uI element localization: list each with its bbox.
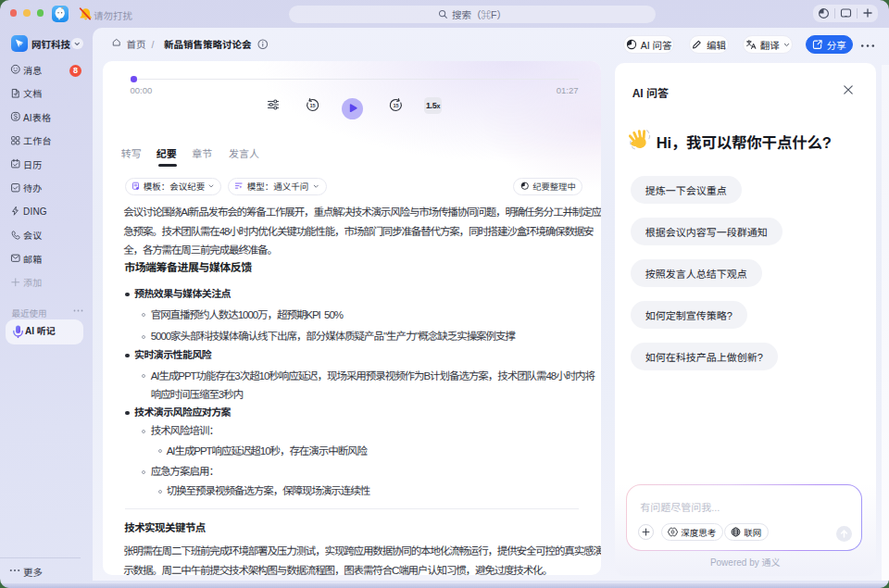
svg-text:15: 15: [309, 102, 315, 107]
svg-text:15: 15: [393, 102, 398, 107]
